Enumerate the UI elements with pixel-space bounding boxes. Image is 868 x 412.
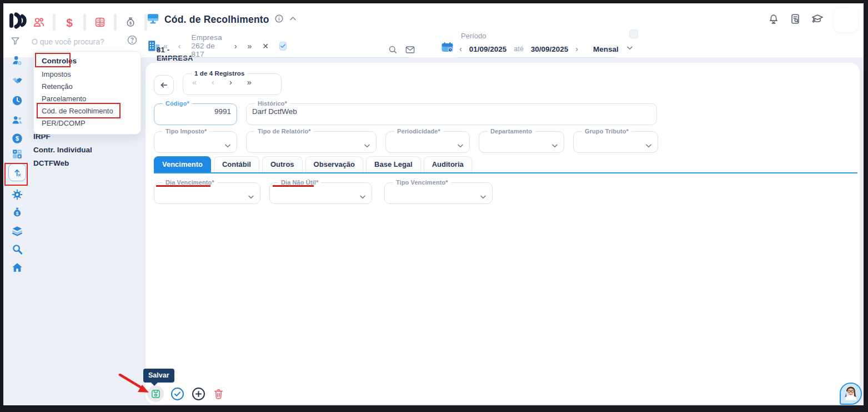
calculator-rail-icon[interactable] — [11, 148, 23, 160]
menu-item-cod-recolhimento[interactable]: Cód. de Recolhimento — [42, 107, 113, 115]
delete-button[interactable] — [212, 388, 225, 400]
chevron-down-icon[interactable] — [551, 142, 559, 152]
chevron-down-icon[interactable] — [359, 193, 367, 203]
departamento-select[interactable]: Departamento — [479, 128, 564, 153]
dia-vencimento-select[interactable]: Dia Vencimento* — [154, 180, 260, 204]
menu-item-retencao[interactable]: Retenção — [42, 82, 73, 91]
dollar-coin-icon[interactable]: $ — [11, 132, 23, 145]
add-button[interactable] — [191, 386, 206, 401]
vencimento-fields-row: Dia Vencimento* Dia Não Útil* Tipo Venci… — [154, 180, 493, 204]
company-actions — [388, 44, 415, 57]
document-search-icon[interactable] — [789, 13, 801, 27]
link-contr-individual[interactable]: Contr. Individual — [33, 146, 92, 154]
record-prev-button[interactable]: ‹ — [212, 78, 214, 87]
back-button[interactable] — [154, 75, 174, 95]
record-nav-row: 1 de 4 Registros « ‹ › » — [154, 71, 282, 95]
header-actions — [767, 8, 858, 32]
historico-value[interactable]: Darf DctfWeb — [252, 107, 651, 116]
menu-item-impostos[interactable]: Impostos — [42, 70, 71, 78]
company-filter-checkbox[interactable] — [279, 42, 287, 51]
tipo-imposto-label: Tipo Imposto* — [163, 128, 209, 135]
period-checkbox[interactable] — [629, 29, 638, 38]
tipo-relatorio-select[interactable]: Tipo de Relatório* — [246, 128, 377, 153]
tab-contabil[interactable]: Contábil — [214, 156, 259, 172]
calculator-module-icon[interactable] — [93, 16, 107, 29]
help-icon[interactable] — [127, 34, 138, 48]
handshake-icon[interactable] — [11, 75, 23, 87]
page-title: Cód. de Recolhimento — [164, 14, 269, 26]
link-dctfweb[interactable]: DCTFWeb — [33, 159, 92, 167]
codigo-value[interactable]: 9991 — [160, 107, 231, 116]
chevron-down-icon[interactable] — [224, 142, 232, 152]
clock-icon[interactable] — [11, 95, 23, 107]
people-group-icon[interactable] — [11, 114, 23, 126]
divider — [83, 14, 86, 31]
monitor-icon — [147, 12, 159, 27]
company-next-button[interactable]: › — [234, 42, 237, 51]
tab-base-legal[interactable]: Base Legal — [366, 156, 421, 172]
user-avatar-slot[interactable] — [834, 8, 858, 32]
moneybag-module-icon[interactable]: $ — [124, 16, 137, 29]
promote-active-item[interactable] — [8, 163, 26, 181]
notifications-bell-icon[interactable] — [767, 13, 780, 27]
graduation-cap-icon[interactable] — [811, 12, 824, 28]
tipo-vencimento-select[interactable]: Tipo Vencimento* — [384, 180, 493, 204]
company-last-button[interactable]: » — [248, 42, 252, 51]
codigo-field[interactable]: Código* 9991 — [154, 101, 237, 125]
search-rail-icon[interactable] — [11, 243, 23, 255]
search-company-icon[interactable] — [388, 44, 398, 57]
period-mode[interactable]: Mensal — [593, 45, 619, 53]
layers-icon[interactable] — [11, 225, 23, 237]
menu-title-controles[interactable]: Controles — [42, 57, 77, 65]
collapse-chevron-icon[interactable] — [289, 14, 297, 25]
period-start-date[interactable]: 01/09/2025 — [469, 45, 507, 53]
tab-observacao[interactable]: Observação — [305, 156, 363, 172]
period-controls: ‹ 01/09/2025 até 30/09/2025 › Mensal — [459, 44, 634, 54]
mail-icon[interactable] — [405, 44, 415, 57]
global-search — [10, 34, 117, 49]
main-content-card: 1 de 4 Registros « ‹ › » Código* 9991 Hi… — [145, 63, 860, 404]
moneybag-rail-icon[interactable]: $ — [11, 206, 23, 219]
menu-item-parcelamento[interactable]: Parcelamento — [42, 95, 86, 103]
save-tooltip: Salvar — [143, 369, 174, 383]
chat-assistant-avatar[interactable] — [840, 383, 862, 405]
historico-field[interactable]: Histórico* Darf DctfWeb — [246, 101, 657, 125]
grupo-tributo-select[interactable]: Grupo Tributo* — [573, 128, 658, 153]
periodicidade-select[interactable]: Periodicidade* — [385, 128, 470, 153]
period-prev-button[interactable]: ‹ — [459, 44, 462, 53]
chevron-down-icon[interactable] — [645, 142, 653, 152]
save-button[interactable] — [147, 385, 164, 402]
gear-icon[interactable] — [11, 188, 23, 201]
person-settings-icon[interactable] — [11, 54, 23, 67]
chevron-down-icon[interactable] — [479, 193, 487, 203]
chevron-down-icon[interactable] — [247, 193, 255, 203]
divider — [53, 14, 56, 31]
record-first-button[interactable]: « — [192, 78, 197, 87]
chevron-down-icon[interactable] — [456, 142, 464, 152]
module-switcher: $ $ — [32, 12, 147, 32]
tab-vencimento[interactable]: Vencimento — [154, 156, 211, 172]
finance-module-icon[interactable]: $ — [63, 16, 76, 29]
tab-outros[interactable]: Outros — [262, 156, 303, 172]
record-next-button[interactable]: › — [229, 78, 232, 87]
confirm-button[interactable] — [170, 386, 185, 401]
app-window: $ $ — [3, 3, 864, 405]
search-input[interactable] — [31, 37, 117, 47]
period-mode-chevron-icon[interactable] — [626, 44, 634, 54]
record-last-button[interactable]: » — [247, 78, 252, 87]
tipo-vencimento-label: Tipo Vencimento* — [393, 180, 451, 186]
tipo-imposto-select[interactable]: Tipo Imposto* — [154, 128, 237, 153]
info-icon[interactable] — [274, 14, 284, 26]
grupo-tributo-label: Grupo Tributo* — [582, 128, 631, 135]
dia-nao-util-select[interactable]: Dia Não Útil* — [269, 180, 372, 204]
period-end-date[interactable]: 30/09/2025 — [531, 45, 569, 53]
filter-icon[interactable] — [10, 36, 21, 48]
app-logo[interactable] — [8, 11, 28, 31]
company-clear-button[interactable]: ✕ — [262, 42, 269, 51]
people-module-icon[interactable] — [32, 16, 46, 29]
home-icon[interactable] — [11, 261, 23, 274]
tab-auditoria[interactable]: Auditoria — [424, 156, 472, 172]
chevron-down-icon[interactable] — [363, 142, 371, 152]
menu-item-per-dcomp[interactable]: PER/DCOMP — [42, 119, 86, 127]
period-next-button[interactable]: › — [575, 44, 578, 53]
